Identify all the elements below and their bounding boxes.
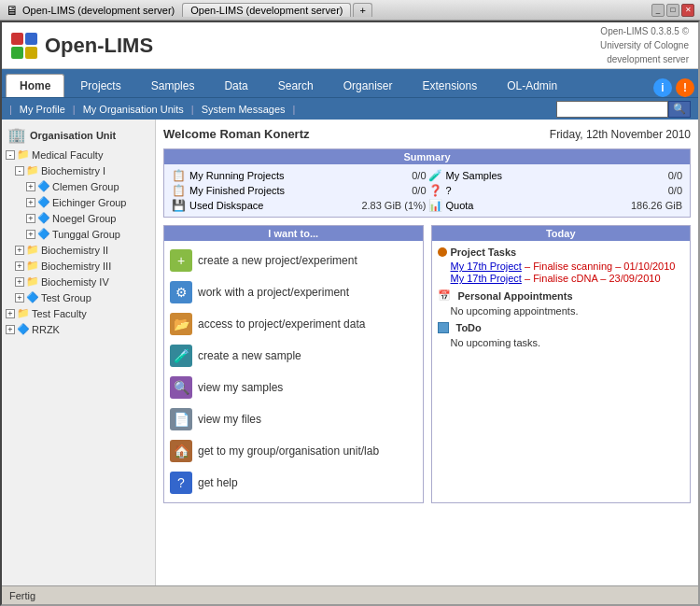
iwant-access-data[interactable]: 📂 access to project/experiment data: [168, 308, 419, 340]
logo-sq-yellow: [25, 47, 37, 59]
appointments-section-header: 📅 Personal Appointments: [438, 289, 685, 302]
summary-title: Summary: [164, 149, 690, 164]
summary-running-projects: 📋 My Running Projects 0/0: [172, 168, 427, 183]
maximize-btn[interactable]: □: [666, 4, 679, 17]
close-btn[interactable]: ✕: [681, 4, 694, 17]
expand-testfaculty[interactable]: +: [6, 309, 15, 318]
expand-rrzk[interactable]: +: [6, 325, 15, 334]
iwant-list: + create a new project/experiment ⚙ work…: [164, 241, 423, 502]
project-tasks-icon: [438, 247, 447, 257]
summary-box: Summary 📋 My Running Projects 0/0 📋 My F…: [163, 148, 691, 218]
access-data-icon: 📂: [170, 313, 192, 335]
sidebar-item-medical-faculty[interactable]: - 📁 Medical Faculty: [2, 147, 155, 162]
tab-samples[interactable]: Samples: [137, 74, 209, 97]
iwant-create-sample[interactable]: 🧪 create a new sample: [168, 340, 419, 372]
expand-biochem4[interactable]: +: [15, 277, 24, 287]
task1-detail: – Finalise scanning – 01/10/2010: [522, 261, 676, 272]
tab-organiser[interactable]: Organiser: [329, 74, 407, 97]
project-tasks-header: Project Tasks: [438, 247, 685, 258]
tab-home[interactable]: Home: [6, 74, 64, 97]
sub-nav-sys-messages[interactable]: System Messages: [196, 104, 291, 115]
summary-finished-projects: 📋 My Finished Projects 0/0: [172, 183, 427, 198]
content-area: 🏢 Organisation Unit - 📁 Medical Faculty …: [2, 120, 698, 585]
task2-item: My 17th Project – Finalise cDNA – 23/09/…: [451, 273, 685, 284]
info-icon-btn[interactable]: i: [653, 78, 672, 97]
expand-testgroup[interactable]: +: [15, 293, 24, 303]
sidebar-item-biochem1[interactable]: - 📁 Biochemistry I: [2, 162, 155, 178]
iwant-box: I want to... + create a new project/expe…: [163, 225, 424, 503]
work-project-icon: ⚙: [170, 281, 192, 303]
sub-nav-search: 🔍: [556, 101, 691, 118]
sidebar-item-biochem4[interactable]: + 📁 Biochemisty IV: [2, 274, 155, 289]
logo-icon: [11, 33, 37, 59]
main-window: Open-LIMS Open-LIMS 0.3.8.5 © University…: [0, 21, 700, 606]
iwant-go-group[interactable]: 🏠 get to my group/organisation unit/lab: [168, 435, 419, 467]
task1-link[interactable]: My 17th Project: [451, 261, 522, 272]
expand-eichinger[interactable]: +: [26, 198, 35, 207]
tab-projects[interactable]: Projects: [66, 74, 134, 97]
search-input[interactable]: [556, 101, 668, 118]
sidebar-item-eichinger[interactable]: + 🔷 Eichinger Group: [2, 194, 155, 210]
help-icon: ?: [170, 472, 192, 494]
iwant-title: I want to...: [164, 226, 423, 241]
expand-biochem2[interactable]: +: [15, 246, 24, 255]
sidebar-item-noegel[interactable]: + 🔷 Noegel Group: [2, 210, 155, 226]
iwant-view-files[interactable]: 📄 view my files: [168, 403, 419, 435]
tab-search[interactable]: Search: [264, 74, 328, 97]
summary-question: ❓ ? 0/0: [428, 183, 683, 198]
sidebar: 🏢 Organisation Unit - 📁 Medical Faculty …: [2, 120, 156, 585]
main-panel: Welcome Roman Konertz Friday, 12th Novem…: [156, 120, 698, 585]
app-title: Open-LIMS: [45, 34, 153, 58]
status-text: Fertig: [9, 590, 35, 601]
iwant-create-project[interactable]: + create a new project/experiment: [168, 245, 419, 276]
new-tab-btn[interactable]: +: [353, 3, 371, 17]
tab-data[interactable]: Data: [210, 74, 261, 97]
nav-right-icons: i !: [653, 78, 694, 97]
sidebar-item-testgroup[interactable]: + 🔷 Test Group: [2, 289, 155, 305]
logo-sq-blue: [25, 33, 37, 45]
view-files-icon: 📄: [170, 408, 192, 430]
summary-grid: 📋 My Running Projects 0/0 📋 My Finished …: [164, 164, 690, 217]
date-text: Friday, 12th November 2010: [550, 128, 691, 141]
expand-biochem1[interactable]: -: [15, 166, 24, 176]
app-header: Open-LIMS Open-LIMS 0.3.8.5 © University…: [2, 22, 698, 69]
iwant-help[interactable]: ? get help: [168, 467, 419, 499]
titlebar-tab[interactable]: Open-LIMS (development server): [182, 3, 351, 17]
titlebar-tabs: Open-LIMS (development server) +: [182, 3, 372, 17]
expand-noegel[interactable]: +: [26, 214, 35, 223]
expand-clemen[interactable]: +: [26, 182, 35, 191]
task2-detail: – Finalise cDNA – 23/09/2010: [522, 273, 661, 284]
summary-right: 🧪 My Samples 0/0 ❓ ? 0/0 📊 Quota 1: [428, 168, 683, 213]
warn-icon-btn[interactable]: !: [676, 78, 694, 97]
sub-nav-org-units[interactable]: My Organisation Units: [77, 104, 189, 115]
sidebar-item-biochem2[interactable]: + 📁 Biochemistry II: [2, 242, 155, 258]
expand-tunggal[interactable]: +: [26, 230, 35, 239]
go-group-icon: 🏠: [170, 440, 192, 462]
sidebar-item-tunggal[interactable]: + 🔷 Tunggal Group: [2, 226, 155, 242]
sidebar-header-label: Organisation Unit: [30, 130, 116, 141]
minimize-btn[interactable]: _: [651, 4, 665, 17]
sidebar-item-clemen[interactable]: + 🔷 Clemen Group: [2, 178, 155, 194]
iwant-view-samples[interactable]: 🔍 view my samples: [168, 372, 419, 403]
logo-area: Open-LIMS: [11, 33, 153, 59]
sidebar-item-rrzk[interactable]: + 🔷 RRZK: [2, 321, 155, 337]
task2-link[interactable]: My 17th Project: [451, 273, 522, 284]
sidebar-item-testfaculty[interactable]: + 📁 Test Faculty: [2, 305, 155, 321]
summary-quota: 📊 Quota 186.26 GiB: [428, 198, 683, 213]
titlebar-controls: _ □ ✕: [651, 4, 694, 17]
logo-sq-green: [11, 47, 23, 59]
search-button[interactable]: 🔍: [668, 101, 691, 118]
expand-biochem3[interactable]: +: [15, 261, 24, 271]
titlebar-left: 🖥 Open-LIMS (development server) Open-LI…: [6, 3, 372, 18]
two-col: I want to... + create a new project/expe…: [163, 225, 691, 503]
sub-nav-my-profile[interactable]: My Profile: [14, 104, 71, 115]
tab-extensions[interactable]: Extensions: [408, 74, 491, 97]
expand-medical-faculty[interactable]: -: [6, 150, 15, 160]
statusbar: Fertig: [2, 585, 698, 604]
tab-oladmin[interactable]: OL-Admin: [493, 74, 571, 97]
sidebar-item-biochem3[interactable]: + 📁 Biochemistry III: [2, 258, 155, 274]
summary-left: 📋 My Running Projects 0/0 📋 My Finished …: [172, 168, 427, 213]
welcome-bar: Welcome Roman Konertz Friday, 12th Novem…: [163, 127, 691, 141]
sub-nav-links: | My Profile | My Organisation Units | S…: [9, 104, 295, 115]
iwant-work-project[interactable]: ⚙ work with a project/experiment: [168, 276, 419, 308]
